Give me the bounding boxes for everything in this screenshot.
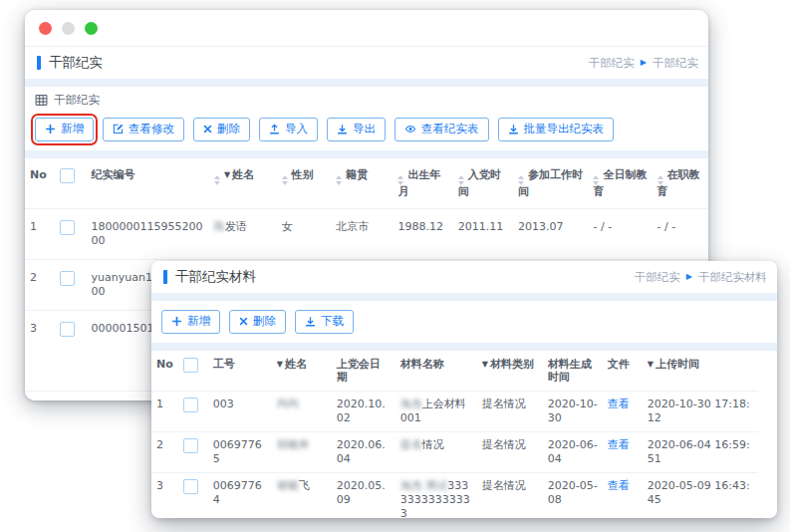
button-label: 导出: [353, 124, 376, 135]
column-header[interactable]: 全日制教育: [588, 158, 652, 209]
column-header[interactable]: [178, 351, 208, 392]
filter-icon[interactable]: ▼: [224, 170, 230, 179]
materials-table: No工号▼姓名上党会日期材料名称▼材料类别材料生成时间文件▼上传时间1003丙丙…: [151, 351, 758, 519]
select-all-checkbox[interactable]: [60, 168, 75, 183]
column-header[interactable]: 材料生成时间: [543, 351, 603, 392]
toolbar: 新增删除下载: [151, 301, 777, 343]
sort-icon[interactable]: [593, 175, 599, 185]
breadcrumb-arrow-icon: ▶: [641, 59, 647, 67]
column-label: 姓名: [232, 168, 254, 181]
下载-button[interactable]: 下载: [295, 310, 354, 334]
column-header[interactable]: 在职教育: [653, 158, 708, 209]
table-row[interactable]: 1180000011595520000陈发语女北京市1988.122011.11…: [25, 208, 708, 259]
新增-button[interactable]: 新增: [35, 118, 94, 141]
row-checkbox[interactable]: [183, 398, 198, 412]
list-panel: 新增删除下载 No工号▼姓名上党会日期材料名称▼材料类别材料生成时间文件▼上传时…: [151, 301, 777, 518]
cell-text: 00697764: [213, 479, 262, 506]
删除-button[interactable]: 删除: [193, 118, 250, 141]
button-label: 批量导出纪实表: [524, 124, 605, 135]
close-window-icon[interactable]: [39, 22, 52, 35]
column-header[interactable]: [55, 158, 87, 209]
table-cell: 海杰 测试33333333333333: [395, 472, 477, 518]
table-row[interactable]: 1003丙丙2020.10.02海杰上会材料001提名情况2020-10-30查…: [151, 391, 758, 431]
redacted-text: 丙丙: [277, 398, 299, 410]
close-icon: [203, 125, 212, 133]
table-cell: 2020-10-30: [543, 391, 603, 431]
table-cell: 女: [277, 208, 331, 259]
row-checkbox[interactable]: [60, 322, 75, 337]
cell-text: 女: [282, 220, 293, 233]
page-title: 干部纪实: [49, 54, 103, 72]
redacted-text: 胡晓奔: [277, 438, 310, 451]
导入-button[interactable]: 导入: [259, 118, 318, 141]
column-header[interactable]: 出生年月: [393, 158, 452, 209]
page-header: 干部纪实 干部纪实▶干部纪实: [25, 47, 708, 79]
cell-text: 2020-06-04: [548, 438, 598, 465]
column-label: 籍贯: [346, 168, 368, 181]
select-all-checkbox[interactable]: [183, 358, 198, 373]
column-header[interactable]: 籍贯: [331, 158, 393, 209]
title-accent-bar: [37, 56, 41, 70]
zoom-window-icon[interactable]: [85, 22, 98, 35]
sort-icon[interactable]: [397, 175, 403, 185]
button-label: 新增: [61, 124, 84, 135]
table-cell: 2020-06-04 16:59:51: [643, 431, 758, 472]
column-label: 全日制教育: [593, 168, 647, 198]
删除-button[interactable]: 删除: [229, 310, 286, 334]
sort-icon[interactable]: [336, 175, 342, 185]
filter-icon[interactable]: ▼: [648, 360, 654, 369]
filter-icon[interactable]: ▼: [482, 360, 488, 369]
breadcrumb-item[interactable]: 干部纪实: [635, 270, 680, 285]
button-label: 下载: [321, 316, 344, 328]
column-header[interactable]: 性别: [277, 158, 331, 209]
table-row[interactable]: 300697764褚晓飞2020.05.09海杰 测试3333333333333…: [151, 472, 758, 518]
view-file-link[interactable]: 查看: [608, 398, 630, 410]
breadcrumb-item[interactable]: 干部纪实: [589, 56, 635, 71]
column-header[interactable]: 参加工作时间: [513, 158, 589, 209]
column-header[interactable]: ▼材料类别: [477, 351, 543, 392]
column-header[interactable]: 文件: [603, 351, 643, 392]
sort-icon[interactable]: [518, 175, 524, 185]
column-header[interactable]: 材料名称: [395, 351, 477, 392]
cell-text: 提名情况: [482, 398, 526, 410]
查看修改-button[interactable]: 查看修改: [103, 118, 184, 141]
column-header[interactable]: No: [151, 351, 178, 392]
filter-icon[interactable]: ▼: [277, 360, 283, 369]
column-header[interactable]: 入党时间: [453, 158, 513, 209]
breadcrumb-item: 干部纪实材料: [698, 270, 767, 285]
row-checkbox[interactable]: [183, 479, 198, 494]
view-file-link[interactable]: 查看: [608, 438, 630, 451]
新增-button[interactable]: 新增: [161, 310, 220, 334]
minimize-window-icon[interactable]: [62, 22, 75, 35]
view-file-link[interactable]: 查看: [608, 479, 630, 492]
导出-button[interactable]: 导出: [327, 118, 386, 141]
row-checkbox[interactable]: [183, 438, 198, 453]
breadcrumb-arrow-icon: ▶: [686, 273, 692, 281]
redacted-text: 海杰 测试: [400, 479, 448, 492]
sort-icon[interactable]: [282, 175, 288, 185]
column-label: 性别: [292, 168, 314, 181]
column-header[interactable]: 上党会日期: [332, 351, 395, 392]
table-cell: 2011.11: [453, 208, 513, 259]
row-checkbox[interactable]: [60, 220, 75, 235]
查看纪实表-button[interactable]: 查看纪实表: [395, 118, 489, 141]
column-header[interactable]: ▼姓名: [209, 158, 277, 209]
row-checkbox[interactable]: [60, 271, 75, 286]
column-header[interactable]: 纪实编号: [87, 158, 209, 209]
cell-text: 2020-05-08: [548, 479, 598, 506]
column-header[interactable]: ▼姓名: [272, 351, 332, 392]
sort-icon[interactable]: [658, 175, 663, 185]
column-header[interactable]: ▼上传时间: [643, 351, 758, 392]
section-title: 干部纪实: [54, 93, 100, 108]
批量导出纪实表-button[interactable]: 批量导出纪实表: [498, 118, 615, 141]
row-number: 3: [25, 310, 55, 391]
sort-icon[interactable]: [214, 175, 220, 185]
column-header[interactable]: No: [25, 158, 55, 209]
column-label: 工号: [213, 358, 235, 371]
table-cell: 提名情况: [477, 431, 543, 472]
column-label: 材料名称: [400, 358, 444, 371]
sort-icon[interactable]: [458, 175, 464, 185]
table-row[interactable]: 200697765胡晓奔2020.06.04提名情况提名情况2020-06-04…: [151, 431, 758, 472]
table-cell: 1988.12: [393, 208, 452, 259]
column-header[interactable]: 工号: [208, 351, 272, 392]
